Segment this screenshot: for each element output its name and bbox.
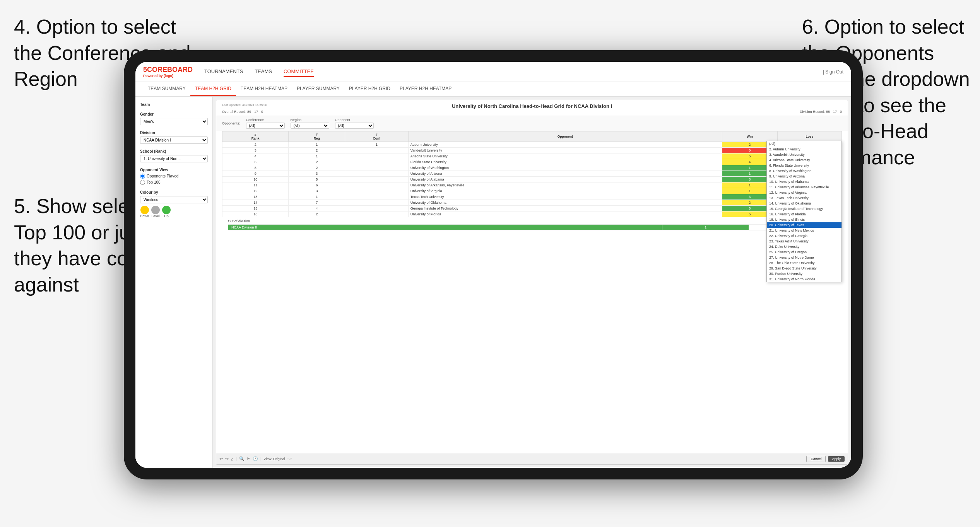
tab-player-h2h-grid[interactable]: PLAYER H2H GRID [344, 82, 395, 96]
toolbar-sep-3: •W [287, 457, 292, 461]
dropdown-item[interactable]: 21. University of New Mexico [767, 228, 841, 233]
dropdown-item[interactable]: 24. Duke University [767, 244, 841, 249]
sidebar-school-label: School (Rank) [140, 149, 208, 153]
nav-teams[interactable]: TEAMS [255, 67, 272, 77]
dropdown-item[interactable]: 30. Purdue University [767, 271, 841, 276]
dropdown-item[interactable]: 29. San Diego State University [767, 266, 841, 271]
colour-level-label: Level [151, 214, 160, 218]
dropdown-item[interactable]: 14. University of Oklahoma [767, 201, 841, 206]
nav-signout[interactable]: | Sign Out [823, 69, 843, 75]
sidebar-division-section: Division NCAA Division I [140, 131, 208, 144]
cell-conf [345, 148, 409, 153]
tab-player-h2h-heatmap[interactable]: PLAYER H2H HEATMAP [395, 82, 456, 96]
cancel-button[interactable]: Cancel [806, 456, 826, 462]
dropdown-item[interactable]: 6. Florida State University [767, 163, 841, 168]
colour-by-select[interactable]: Win/loss [140, 196, 208, 203]
nav-tournaments[interactable]: TOURNAMENTS [204, 67, 243, 77]
colour-level-circle [151, 206, 160, 214]
dropdown-item[interactable]: 25. University of Oregon [767, 249, 841, 255]
dropdown-item[interactable]: 20. University of Texas [767, 222, 841, 228]
cell-opponent: University of Oklahoma [408, 200, 722, 206]
zoom-btn[interactable]: 🔍 [239, 456, 245, 461]
cell-rank: 3 [222, 148, 289, 153]
colour-up-circle [162, 206, 171, 214]
dropdown-item[interactable]: 15. Georgia Institute of Technology [767, 206, 841, 211]
cell-rank: 2 [222, 142, 289, 148]
dropdown-item[interactable]: 8. University of Washington [767, 168, 841, 174]
radio-opponents-played-input[interactable] [140, 174, 145, 179]
view-label: View: Original [263, 457, 285, 461]
school-select[interactable]: 1. University of Nort... [140, 155, 208, 162]
dropdown-item[interactable]: 2. Auburn University [767, 147, 841, 152]
undo-btn[interactable]: ↩ [219, 456, 223, 461]
dropdown-item[interactable]: 9. University of Arizona [767, 174, 841, 179]
dropdown-item[interactable]: 16. University of Florida [767, 211, 841, 217]
sidebar-school-section: School (Rank) 1. University of Nort... [140, 149, 208, 162]
out-div-label: NCAA Division II [228, 225, 662, 230]
dropdown-item[interactable]: 28. The Ohio State University [767, 260, 841, 266]
opponent-select[interactable]: (All) [335, 123, 374, 129]
opponent-dropdown-overlay[interactable]: (All)2. Auburn University3. Vanderbilt U… [766, 141, 842, 282]
dropdown-item[interactable]: 23. Texas A&M University [767, 239, 841, 244]
radio-top100[interactable]: Top 100 [140, 180, 208, 185]
cell-rank: 6 [222, 159, 289, 165]
dropdown-item[interactable]: 22. University of Georgia [767, 233, 841, 239]
region-select[interactable]: (All) [291, 123, 329, 129]
redo-btn[interactable]: ↪ [225, 456, 229, 461]
cell-opponent: Georgia Institute of Technology [408, 206, 722, 211]
division-select[interactable]: NCAA Division I [140, 136, 208, 144]
conference-select[interactable]: (All) [246, 123, 285, 129]
table-row: 3 2 Vanderbilt University 0 4 [222, 148, 842, 153]
dropdown-item[interactable]: (All) [767, 141, 841, 147]
colour-legend: Down Level Up [140, 206, 208, 218]
nav-committee[interactable]: COMMITTEE [284, 67, 314, 77]
crop-btn[interactable]: ✂ [247, 456, 250, 461]
tab-team-h2h-heatmap[interactable]: TEAM H2H HEATMAP [236, 82, 292, 96]
out-div-table: NCAA Division II 1 0 [228, 224, 836, 230]
report-header: Last Updated: 4/9/2024 16:55:38 Universi… [216, 100, 848, 116]
report-title: University of North Carolina Head-to-Hea… [222, 103, 842, 109]
radio-top100-input[interactable] [140, 180, 145, 185]
table-row: 9 3 University of Arizona 1 0 [222, 171, 842, 177]
tablet-screen: 5COREBOARD Powered by [logo] TOURNAMENTS… [135, 62, 851, 468]
cell-conf [345, 194, 409, 200]
dropdown-item[interactable]: 3. Vanderbilt University [767, 152, 841, 157]
cell-rank: 15 [222, 206, 289, 211]
gender-select[interactable]: Men's [140, 118, 208, 125]
apply-button[interactable]: Apply [828, 456, 845, 462]
th-rank: #Rank [222, 131, 289, 142]
cell-reg: 4 [289, 206, 345, 211]
dropdown-item[interactable]: 10. University of Alabama [767, 179, 841, 184]
nav-links: TOURNAMENTS TEAMS COMMITTEE [204, 67, 314, 77]
region-filter-group: Region (All) [291, 118, 329, 129]
cell-reg: 6 [289, 182, 345, 188]
tab-team-summary[interactable]: TEAM SUMMARY [143, 82, 190, 96]
home-btn[interactable]: ⌂ [231, 457, 234, 461]
cell-rank: 14 [222, 200, 289, 206]
opponent-view-section: Opponent View Opponents Played Top 100 [140, 168, 208, 185]
dropdown-item[interactable]: 4. Arizona State University [767, 157, 841, 163]
dropdown-item[interactable]: 12. University of Virginia [767, 190, 841, 195]
table-row: 12 3 University of Virginia 1 1 [222, 188, 842, 194]
table-row: 2 1 1 Auburn University 2 1 [222, 142, 842, 148]
th-reg: #Reg [289, 131, 345, 142]
dropdown-item[interactable]: 31. University of North Florida [767, 276, 841, 282]
th-conf: #Conf [345, 131, 409, 142]
dropdown-item[interactable]: 18. University of Illinois [767, 217, 841, 222]
cell-conf [345, 211, 409, 217]
dropdown-item[interactable]: 13. Texas Tech University [767, 195, 841, 201]
tab-player-summary[interactable]: PLAYER SUMMARY [292, 82, 344, 96]
dropdown-item[interactable]: 27. University of Notre Dame [767, 255, 841, 260]
radio-opponents-played[interactable]: Opponents Played [140, 174, 208, 179]
cell-opponent: University of Arkansas, Fayetteville [408, 182, 722, 188]
radio-opponents-played-label: Opponents Played [147, 174, 178, 178]
cell-reg: 2 [289, 211, 345, 217]
tab-team-h2h-grid[interactable]: TEAM H2H GRID [190, 82, 236, 96]
main-content: Team Gender Men's Division NCAA Division… [135, 97, 851, 468]
dropdown-item[interactable]: 11. University of Arkansas, Fayetteville [767, 184, 841, 190]
cell-conf [345, 159, 409, 165]
division-record: Division Record: 88 - 17 - 0 [800, 110, 842, 114]
h2h-table: #Rank #Reg #Conf Opponent Win Loss 2 1 [222, 131, 842, 217]
cell-conf [345, 188, 409, 194]
clock-btn[interactable]: 🕐 [253, 456, 258, 461]
